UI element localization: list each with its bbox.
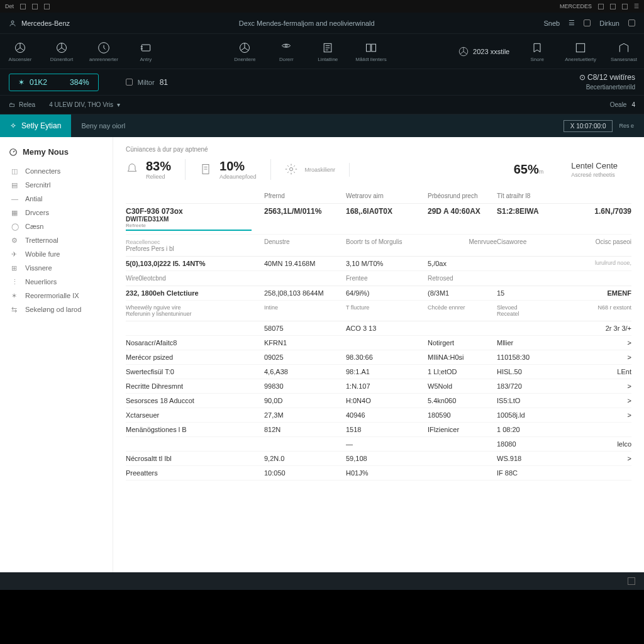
col-header: Slevoed (497, 304, 518, 311)
app-tile[interactable]: Aneretuetlerty (565, 41, 596, 62)
app-label: Alscensier (9, 57, 32, 62)
cell (428, 440, 497, 448)
window-control-icon[interactable] (584, 19, 591, 26)
col-header: Pfrernd (264, 192, 346, 199)
cell (346, 339, 428, 347)
col-header: Wheewély nguive vire (126, 304, 181, 311)
app-tile[interactable]: Alscensier (6, 41, 34, 62)
cell: MIliNA:H0si (428, 353, 497, 361)
col-header (553, 275, 631, 282)
cell: Swertecfisül T:0 (126, 368, 264, 375)
window-control-icon[interactable] (628, 19, 635, 26)
table-row[interactable]: Xctarseuer27,3M4094618059010058j.ld> (126, 408, 631, 423)
search-label[interactable]: Sneb (544, 19, 560, 27)
expand-icon[interactable] (628, 577, 635, 585)
metric-chip-active[interactable]: ✶ 01K2 384% (9, 74, 99, 91)
sidebar-item[interactable]: ◫Connecters (0, 164, 113, 178)
timestamp-button[interactable]: X 10:07:00:0 (564, 120, 613, 132)
tray-icon[interactable] (610, 4, 616, 9)
section-title: Setly Eytian (21, 121, 61, 130)
app-label: Sansesnast (611, 57, 637, 62)
col-header: Denustre (264, 238, 346, 252)
table-row[interactable]: Sesorsces 18 Aduccot90,0DH:0N4O5.4kn060I… (126, 394, 631, 408)
cell (126, 325, 264, 332)
cell: Menänögstiones l B (126, 426, 264, 433)
app-tile[interactable]: Antry (132, 41, 160, 62)
folder-icon: 🗀 (9, 101, 15, 108)
section-tab-active[interactable]: ✧ Setly Eytian (0, 114, 71, 137)
sidebar-item[interactable]: ▦Drvcers (0, 206, 113, 219)
info-sub: Becertianertenrild (579, 83, 635, 91)
table-row[interactable]: Recritte Dihresmnt998301:N.107W5Nold183/… (126, 379, 631, 394)
col-header: Tît atraihr l8 (497, 192, 553, 199)
table-row[interactable]: Swertecfisül T:04,6,A3898:1.A11 Ll;etODH… (126, 365, 631, 379)
cell: IFlzienicer (428, 426, 497, 433)
cell: 10:050 (264, 469, 346, 477)
app-tile[interactable]: Dnenilere (231, 41, 258, 62)
cell: 99830 (264, 382, 346, 390)
cell: > (553, 411, 631, 419)
cell: 812N (264, 426, 346, 433)
sidebar-item-label: Neuerliors (25, 278, 57, 286)
tab-view[interactable]: 4 ULEW DIV, THO Vris ▾ (49, 101, 120, 108)
tray-icon[interactable] (622, 4, 628, 9)
table-row[interactable]: Merécor psized0902598.30:66MIliNA:H0si11… (126, 350, 631, 365)
menu-icon[interactable]: ☰ (634, 3, 639, 9)
cell: > (553, 397, 631, 404)
table-row[interactable]: 5(0),103,0|222 I5. 14NT% 40MN 19.4168M 3… (126, 257, 631, 271)
app-tile[interactable]: Lintatline (314, 41, 341, 62)
chevron-down-icon: ▾ (117, 101, 120, 108)
app-tile[interactable]: Dünenllort (48, 41, 75, 62)
sidebar-item[interactable]: ▤Sercnitrl (0, 178, 113, 192)
cell: > (553, 455, 631, 462)
sidebar-item[interactable]: ◯Cæsn (0, 219, 113, 233)
app-tile[interactable]: annrennerter (89, 41, 118, 62)
sidebar-item-label: Reorermorialle IX (25, 292, 79, 299)
cell: 110158:30 (497, 353, 553, 361)
bell-icon: ✧ (10, 121, 16, 130)
summary-row[interactable]: C30F-936 073ox DWIT/ED31XM Refreete 2563… (126, 204, 631, 235)
os-icon (32, 4, 38, 9)
cell: 64/9i%) (346, 289, 428, 297)
cell: 1 Ll;etOD (428, 368, 497, 375)
table-row[interactable]: —18080lelco (126, 437, 631, 452)
table-row[interactable]: Menänögstiones l B812N1518IFlzienicer1 0… (126, 423, 631, 437)
tray-icon[interactable] (598, 4, 604, 9)
app-tile[interactable]: Måildt ilenters (355, 41, 386, 62)
app-tile[interactable]: Snore (523, 41, 551, 62)
section-header: ✧ Setly Eytian Beny nay oiorl X 10:07:00… (0, 114, 644, 137)
sidebar-item[interactable]: ✈Wobile fure (0, 247, 113, 261)
sidebar-item[interactable]: —Antial (0, 192, 113, 206)
sidebar-item[interactable]: ✶Reorermorialle IX (0, 289, 113, 303)
summary-header: Pfrernd Wetrarov airn Prbéosrund prech T… (126, 189, 631, 204)
col-header: Wire0leotcbnd (126, 275, 264, 282)
sidebar-item[interactable]: ⇆Sekeløng od larod (0, 303, 113, 316)
col-header: Intine (264, 304, 346, 317)
cell: 98.30:66 (346, 353, 428, 361)
cell: 40946 (346, 411, 428, 419)
table-row[interactable]: 58075ACO 3 132r 3r 3/+ (126, 321, 631, 336)
cell: 40MN 19.4168M (264, 260, 346, 267)
sidebar-item[interactable]: ⚙Tretternoal (0, 233, 113, 247)
sidebar-item[interactable]: ⊞Vissnere (0, 261, 113, 275)
counter-value: 4 (631, 101, 635, 108)
window-title: Dexc Mendes-fermaljom and neolivierwinal… (239, 19, 375, 27)
tab-release[interactable]: 🗀Relea (9, 101, 35, 108)
col-header: Cisaworee (497, 238, 553, 252)
table-row[interactable]: Nosaracr/Afaitc8KFRN1NotirgertMllier> (126, 336, 631, 350)
app-tile[interactable]: Dorerr (272, 41, 300, 62)
cell: 10058j.ld (497, 411, 553, 419)
table-row[interactable]: 232, 1800eh Cletctiure 258,|08,103 8644M… (126, 286, 631, 301)
sidebar-item[interactable]: ⋮Neuerliors (0, 275, 113, 289)
hamburger-icon[interactable]: ☰ (569, 19, 575, 27)
os-label: Det (5, 3, 14, 9)
svg-rect-4 (142, 45, 150, 51)
table-header: ReacellenoecPrefores Pers i bl Denustre … (126, 235, 631, 257)
metric-chip[interactable]: Miltor 81 (116, 74, 177, 91)
table-row[interactable]: Preeatters10:050H01J%IF 88C (126, 466, 631, 480)
table-row[interactable]: Nécrosaltt tl Ibl9,2N.059,108WS.918> (126, 452, 631, 466)
progress-bar (126, 230, 252, 231)
sidebar-item-label: Sercnitrl (25, 181, 50, 189)
right-info: ⊙ C8/12 vwitïres Becertianertenrild (579, 73, 635, 91)
app-tile[interactable]: Sansesnast (610, 41, 638, 62)
